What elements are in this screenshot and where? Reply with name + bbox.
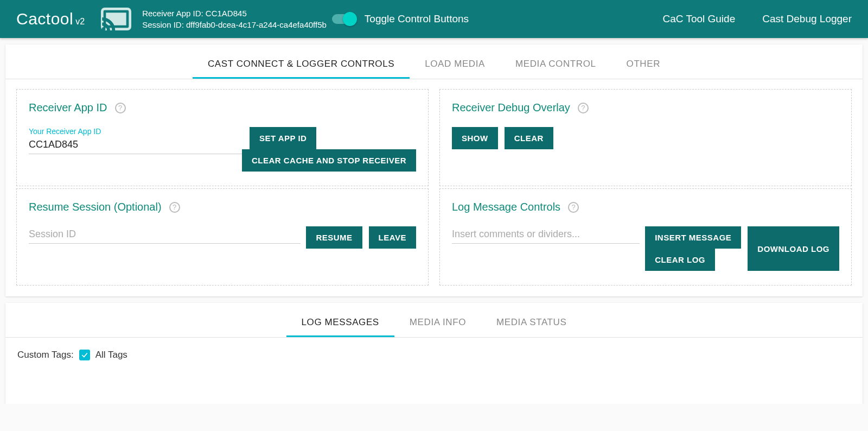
all-tags-checkbox[interactable] — [79, 350, 90, 360]
all-tags-label: All Tags — [95, 350, 127, 360]
tab-other[interactable]: OTHER — [611, 52, 676, 79]
resume-button[interactable]: RESUME — [306, 226, 362, 249]
download-log-button[interactable]: DOWNLOAD LOG — [748, 226, 839, 271]
tab-media-control[interactable]: MEDIA CONTROL — [500, 52, 611, 79]
session-id-value: dff9fab0-dcea-4c17-a244-ca4efa40ff5b — [186, 20, 327, 29]
card-resume-session: Resume Session (Optional) ? RESUME LEAVE — [16, 188, 429, 286]
check-icon — [81, 351, 88, 359]
clear-overlay-button[interactable]: CLEAR — [505, 127, 553, 149]
tab-cast-connect[interactable]: CAST CONNECT & LOGGER CONTROLS — [193, 52, 410, 79]
clear-log-button[interactable]: CLEAR LOG — [645, 249, 715, 271]
tab-media-status[interactable]: MEDIA STATUS — [481, 310, 582, 337]
receiver-app-id-value: CC1AD845 — [206, 9, 247, 18]
card-title: Receiver App ID — [29, 102, 107, 114]
link-cac-guide[interactable]: CaC Tool Guide — [662, 13, 735, 25]
leave-button[interactable]: LEAVE — [369, 226, 416, 249]
field-label: Your Receiver App ID — [29, 127, 244, 136]
svg-rect-1 — [106, 12, 126, 25]
insert-message-button[interactable]: INSERT MESSAGE — [645, 226, 741, 249]
show-overlay-button[interactable]: SHOW — [452, 127, 498, 149]
header-links: CaC Tool Guide Cast Debug Logger — [662, 13, 852, 25]
log-panel: LOG MESSAGES MEDIA INFO MEDIA STATUS Cus… — [5, 303, 863, 404]
card-title: Log Message Controls — [452, 201, 560, 213]
custom-tags-row: Custom Tags: All Tags — [5, 338, 863, 360]
session-id-input[interactable] — [29, 226, 301, 244]
card-debug-overlay: Receiver Debug Overlay ? SHOW CLEAR — [439, 89, 852, 186]
session-info: Receiver App ID: CC1AD845 Session ID: df… — [142, 8, 327, 30]
clear-cache-stop-button[interactable]: CLEAR CACHE AND STOP RECEIVER — [242, 149, 416, 172]
card-title: Receiver Debug Overlay — [452, 102, 570, 114]
help-icon[interactable]: ? — [578, 103, 589, 113]
card-title: Resume Session (Optional) — [29, 201, 162, 213]
brand-name: Cactool — [16, 10, 73, 28]
set-app-id-button[interactable]: SET APP ID — [250, 127, 317, 149]
card-log-message-controls: Log Message Controls ? INSERT MESSAGE CL… — [439, 188, 852, 286]
receiver-app-id-label: Receiver App ID: — [142, 9, 203, 18]
help-icon[interactable]: ? — [115, 103, 126, 113]
tab-log-messages[interactable]: LOG MESSAGES — [286, 310, 394, 337]
receiver-app-id-input[interactable] — [29, 137, 244, 154]
brand: Cactool v2 — [16, 10, 85, 28]
help-icon[interactable]: ? — [568, 202, 579, 213]
controls-panel: CAST CONNECT & LOGGER CONTROLS LOAD MEDI… — [5, 45, 863, 296]
svg-point-2 — [102, 27, 106, 31]
app-header: Cactool v2 Receiver App ID: CC1AD845 Ses… — [0, 0, 868, 38]
main-tabs: CAST CONNECT & LOGGER CONTROLS LOAD MEDI… — [5, 45, 863, 79]
brand-version: v2 — [75, 17, 85, 27]
tab-load-media[interactable]: LOAD MEDIA — [410, 52, 500, 79]
log-message-input[interactable] — [452, 226, 640, 244]
cast-icon[interactable] — [101, 7, 131, 31]
help-icon[interactable]: ? — [169, 202, 180, 213]
toggle-control-buttons[interactable]: Toggle Control Buttons — [332, 13, 469, 25]
card-receiver-app-id: Receiver App ID ? Your Receiver App ID S… — [16, 89, 429, 186]
session-id-label: Session ID: — [142, 20, 184, 29]
custom-tags-label: Custom Tags: — [17, 350, 74, 360]
bottom-tabs: LOG MESSAGES MEDIA INFO MEDIA STATUS — [5, 303, 863, 338]
toggle-switch[interactable] — [332, 14, 355, 24]
tab-media-info[interactable]: MEDIA INFO — [394, 310, 481, 337]
link-cast-debug-logger[interactable]: Cast Debug Logger — [762, 13, 852, 25]
toggle-label: Toggle Control Buttons — [365, 13, 469, 25]
